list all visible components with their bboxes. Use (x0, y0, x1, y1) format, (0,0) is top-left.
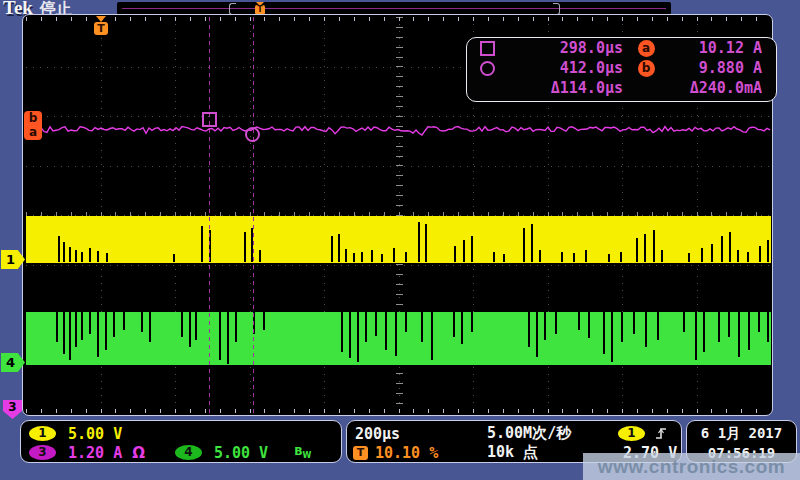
cursor-ab-left-marker[interactable]: b a (24, 111, 42, 140)
watermark: www.cntronics.com (583, 453, 800, 480)
channel3-badge[interactable]: 3 (29, 445, 56, 460)
channel-settings-box[interactable]: 1 5.00 V 3 1.20 A Ω 4 5.00 V BW (20, 420, 342, 463)
timebase-scale: 200µs (355, 425, 400, 443)
channel4-scale: 5.00 V (214, 444, 268, 462)
date-display: 6 1月 2017 (701, 425, 782, 443)
cursor-a-label: a (24, 125, 42, 139)
cursor-b-circle-icon (480, 61, 495, 76)
sample-rate: 5.00M次/秒 (487, 424, 571, 443)
trigger-slope-rising-icon (653, 425, 669, 441)
cursor-b-label: b (24, 111, 42, 125)
cursor-a-square-marker[interactable] (202, 112, 217, 127)
cursor-readout-panel[interactable]: 298.0µs a 10.12 A 412.0µs b 9.880 A Δ114… (466, 37, 777, 102)
cursor-b-time: 412.0µs (507, 59, 623, 77)
cursor-a-amplitude: 10.12 A (669, 39, 776, 57)
cursor-b-amplitude: 9.880 A (669, 59, 776, 77)
channel3-position-marker-clipped[interactable]: 3 (3, 400, 22, 419)
cursor-a-row: 298.0µs a 10.12 A (467, 38, 776, 58)
record-waveform-line (122, 8, 666, 9)
channel3-scale: 1.20 A (68, 444, 122, 462)
trigger-position-badge: T (353, 446, 368, 460)
trigger-position-percent: 10.10 % (375, 444, 438, 462)
cursor-delta-time: Δ114.0µs (507, 79, 623, 97)
channel1-badge[interactable]: 1 (29, 426, 56, 441)
cursor-b-row: 412.0µs b 9.880 A (467, 58, 776, 78)
cursor-a-square-icon (480, 41, 495, 56)
channel4-badge[interactable]: 4 (175, 445, 202, 460)
trigger-source-badge[interactable]: 1 (618, 426, 645, 441)
cursor-delta-row: Δ114.0µs Δ240.0mA (467, 78, 776, 98)
channel3-coupling-ohm: Ω (132, 444, 145, 462)
record-length: 10k 点 (487, 443, 538, 462)
cursor-b-circle-marker[interactable] (245, 127, 260, 142)
oscilloscope-screen: Tek 停止 T T b a 1 4 3 298.0 (0, 0, 800, 480)
cursor-a-time: 298.0µs (507, 39, 623, 57)
cursor-b-badge: b (638, 60, 655, 77)
cursor-delta-amplitude: Δ240.0mA (669, 79, 776, 97)
channel1-scale: 5.00 V (68, 425, 122, 443)
channel4-bandwidth-icon: BW (294, 445, 311, 460)
cursor-a-badge: a (638, 40, 655, 57)
